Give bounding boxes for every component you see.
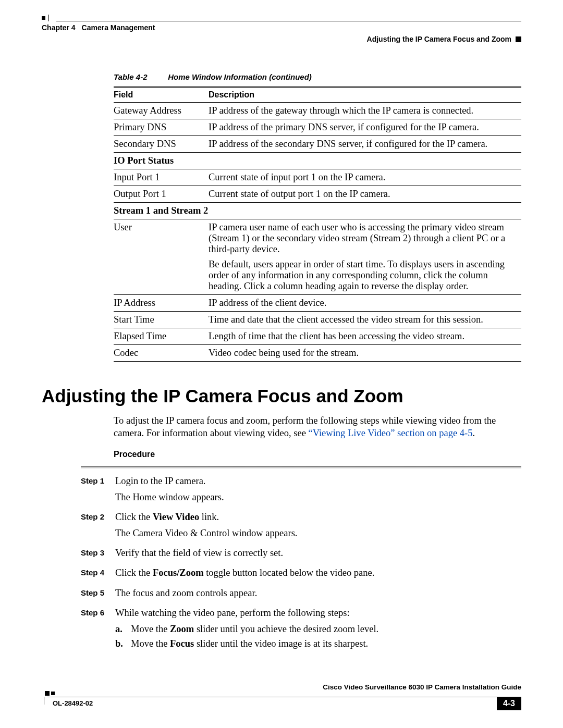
- section-heading: Adjusting the IP Camera Focus and Zoom: [42, 386, 521, 406]
- step-number: Step 6: [81, 607, 106, 650]
- substep: a. Move the Zoom slider until you achiev…: [115, 623, 521, 635]
- substep-label: b.: [115, 637, 126, 650]
- header-section-title: Adjusting the IP Camera Focus and Zoom: [367, 35, 511, 43]
- procedure-label: Procedure: [114, 450, 521, 459]
- table-number: Table 4-2: [114, 72, 166, 81]
- intro-paragraph: To adjust the IP camera focus and zoom, …: [114, 415, 521, 439]
- table-cell: Codec: [114, 345, 209, 362]
- procedure-rule: [81, 466, 521, 468]
- table-cell: IP Address: [114, 295, 209, 312]
- substep-text: Move the Zoom slider until you achieve t…: [131, 623, 378, 635]
- chapter-title: Camera Management: [82, 23, 155, 32]
- page-header: Chapter 4 Camera Management Adjusting th…: [42, 15, 521, 43]
- table-cell: Output Port 1: [114, 186, 209, 203]
- table-cell: Time and date that the client accessed t…: [209, 312, 521, 328]
- step-text: The Camera Video & Control window appear…: [115, 527, 521, 539]
- table-cell: IP address of the client device.: [209, 295, 521, 312]
- col-header-field: Field: [114, 87, 209, 103]
- table-cell: IP camera user name of each user who is …: [209, 219, 521, 295]
- table-section-header: IO Port Status: [114, 153, 521, 169]
- table-section-header: Stream 1 and Stream 2: [114, 203, 521, 219]
- substep: b. Move the Focus slider until the video…: [115, 637, 521, 650]
- step-text: Login to the IP camera.: [115, 475, 521, 487]
- header-left-mark: [42, 15, 49, 21]
- step-row: Step 2 Click the View Video link. The Ca…: [81, 511, 521, 542]
- home-window-info-table: Field Description Gateway AddressIP addr…: [114, 87, 521, 362]
- step-number: Step 5: [81, 587, 106, 602]
- step-text: While watching the video pane, perform t…: [115, 607, 521, 619]
- table-block: Table 4-2 Home Window Information (conti…: [114, 72, 521, 362]
- step-number: Step 1: [81, 475, 106, 507]
- page-number: 4-3: [497, 697, 521, 710]
- footer-docid: OL-28492-02: [53, 699, 93, 707]
- step-text: Click the View Video link.: [115, 511, 521, 523]
- step-row: Step 1 Login to the IP camera. The Home …: [81, 475, 521, 507]
- page-footer: Cisco Video Surveillance 6030 IP Camera …: [42, 683, 521, 710]
- procedure-steps: Step 1 Login to the IP camera. The Home …: [81, 475, 521, 650]
- table-cell: Gateway Address: [114, 103, 209, 119]
- table-cell: Primary DNS: [114, 119, 209, 136]
- footer-left-mark: [44, 697, 47, 705]
- step-number: Step 3: [81, 547, 106, 562]
- table-text: IP camera user name of each user who is …: [209, 222, 518, 255]
- step-text: Click the Focus/Zoom toggle button locat…: [115, 566, 521, 579]
- substep-label: a.: [115, 623, 126, 635]
- table-cell: Elapsed Time: [114, 328, 209, 345]
- footer-square-icon: [45, 691, 50, 696]
- step-number: Step 4: [81, 566, 106, 582]
- step-text: The Home window appears.: [115, 491, 521, 503]
- table-cell: Start Time: [114, 312, 209, 328]
- table-cell: Current state of output port 1 on the IP…: [209, 186, 521, 203]
- step-row: Step 4 Click the Focus/Zoom toggle butto…: [81, 566, 521, 582]
- table-cell: IP address of the secondary DNS server, …: [209, 136, 521, 153]
- table-text: Be default, users appear in order of sta…: [209, 259, 518, 292]
- table-cell: User: [114, 219, 209, 295]
- table-cell: Length of time that the client has been …: [209, 328, 521, 345]
- header-square-icon: [516, 36, 521, 42]
- footer-guide-title: Cisco Video Surveillance 6030 IP Camera …: [323, 683, 521, 691]
- col-header-description: Description: [209, 87, 521, 103]
- table-cell: Current state of input port 1 on the IP …: [209, 169, 521, 186]
- chapter-number: Chapter 4: [42, 23, 76, 32]
- table-cell: IP address of the primary DNS server, if…: [209, 119, 521, 136]
- step-row: Step 5 The focus and zoom controls appea…: [81, 587, 521, 602]
- substep-text: Move the Focus slider until the video im…: [131, 637, 368, 650]
- step-number: Step 2: [81, 511, 106, 542]
- xref-link[interactable]: “Viewing Live Video” section on page 4-5: [309, 428, 473, 438]
- step-text: Verify that the field of view is correct…: [115, 547, 521, 559]
- table-cell: Input Port 1: [114, 169, 209, 186]
- step-row: Step 6 While watching the video pane, pe…: [81, 607, 521, 650]
- table-title: Home Window Information (continued): [168, 72, 312, 81]
- step-row: Step 3 Verify that the field of view is …: [81, 547, 521, 562]
- intro-text: .: [472, 428, 475, 438]
- table-cell: Secondary DNS: [114, 136, 209, 153]
- step-text: The focus and zoom controls appear.: [115, 587, 521, 599]
- footer-square-icon: [51, 692, 55, 695]
- table-cell: Video codec being used for the stream.: [209, 345, 521, 362]
- table-cell: IP address of the gateway through which …: [209, 103, 521, 119]
